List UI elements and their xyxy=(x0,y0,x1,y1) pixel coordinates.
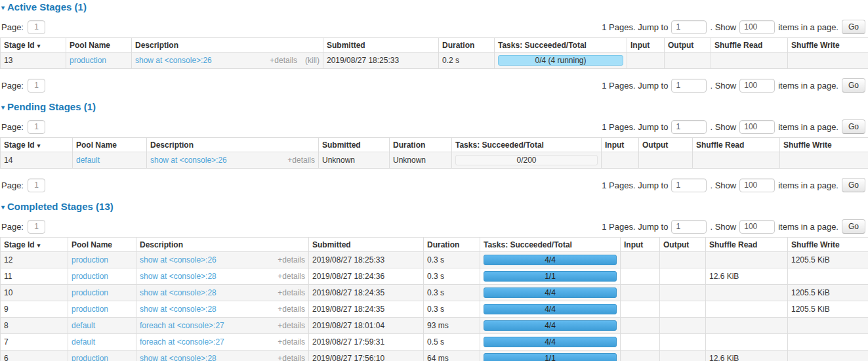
input-cell xyxy=(621,334,660,350)
page-label: Page: xyxy=(1,22,24,32)
column-header[interactable]: Tasks: Succeeded/Total xyxy=(495,38,627,53)
pool-link[interactable]: production xyxy=(72,272,108,281)
show-count-input[interactable] xyxy=(739,179,775,192)
column-header[interactable]: Duration xyxy=(439,38,495,53)
column-header[interactable]: Output xyxy=(660,238,706,252)
description-link[interactable]: show at <console>:26 xyxy=(135,56,212,65)
page-number-input[interactable] xyxy=(28,220,45,234)
show-count-input[interactable] xyxy=(739,120,775,134)
pagination-controls: 1 Pages. Jump to . Show items in a page.… xyxy=(602,20,865,34)
pool-link[interactable]: production xyxy=(72,255,108,265)
column-header[interactable]: Tasks: Succeeded/Total xyxy=(480,238,621,252)
shuffle-read-cell xyxy=(693,152,780,169)
pool-link[interactable]: default xyxy=(72,337,95,347)
go-button[interactable]: Go xyxy=(842,119,865,134)
shuffle-read-cell: 12.6 KiB xyxy=(706,268,788,285)
items-per-page-text: items in a page. xyxy=(778,180,838,190)
description-link[interactable]: foreach at <console>:27 xyxy=(140,337,224,347)
go-button[interactable]: Go xyxy=(842,78,865,93)
column-header[interactable]: Description xyxy=(132,38,323,53)
column-header[interactable]: Description xyxy=(136,238,309,252)
column-header[interactable]: Shuffle Read xyxy=(693,138,780,152)
details-toggle[interactable]: +details xyxy=(278,337,305,347)
show-count-input[interactable] xyxy=(739,220,775,234)
column-header[interactable]: Duration xyxy=(390,138,452,152)
column-header[interactable]: Shuffle Write xyxy=(780,138,868,152)
column-header[interactable]: Stage Id▾ xyxy=(1,38,66,53)
column-header[interactable]: Tasks: Succeeded/Total xyxy=(452,138,602,152)
table-header-row: Stage Id▾Pool NameDescriptionSubmittedDu… xyxy=(1,138,868,152)
column-header[interactable]: Input xyxy=(627,38,665,53)
description-link[interactable]: show at <console>:28 xyxy=(140,305,217,314)
pool-name-cell: default xyxy=(68,334,136,350)
jump-to-input[interactable] xyxy=(671,120,707,134)
column-header[interactable]: Description xyxy=(147,138,319,152)
column-header[interactable]: Submitted xyxy=(309,238,424,252)
column-header-label: Tasks: Succeeded/Total xyxy=(455,140,544,150)
column-header[interactable]: Stage Id▾ xyxy=(1,238,68,252)
sort-arrow-icon: ▾ xyxy=(37,43,41,49)
jump-to-input[interactable] xyxy=(671,220,707,234)
section-title[interactable]: ▾Completed Stages (13) xyxy=(1,201,867,212)
column-header[interactable]: Shuffle Write xyxy=(788,38,868,53)
pool-name-cell: production xyxy=(66,53,132,69)
tasks-progress-bar: 4/4 xyxy=(484,320,617,331)
column-header[interactable]: Shuffle Read xyxy=(711,38,788,53)
pool-link[interactable]: production xyxy=(72,288,108,297)
description-link[interactable]: show at <console>:26 xyxy=(140,255,217,265)
details-toggle[interactable]: +details xyxy=(287,156,315,165)
column-header[interactable]: Submitted xyxy=(319,138,390,152)
page-number-input[interactable] xyxy=(28,179,45,192)
page-number-input[interactable] xyxy=(28,120,45,134)
column-header[interactable]: Pool Name xyxy=(66,38,132,53)
page-number-input[interactable] xyxy=(28,79,45,93)
show-count-input[interactable] xyxy=(739,20,775,34)
description-wrap: show at <console>:28+details xyxy=(140,288,305,297)
column-header[interactable]: Output xyxy=(639,138,693,152)
column-header-label: Duration xyxy=(442,41,474,50)
pool-link[interactable]: production xyxy=(70,56,106,65)
show-count-input[interactable] xyxy=(739,79,775,93)
section-title[interactable]: ▾Pending Stages (1) xyxy=(1,101,867,112)
jump-to-input[interactable] xyxy=(671,20,707,34)
column-header[interactable]: Input xyxy=(621,238,660,252)
column-header[interactable]: Stage Id▾ xyxy=(1,138,73,152)
details-toggle[interactable]: +details xyxy=(278,321,305,330)
kill-link[interactable]: (kill) xyxy=(305,56,320,65)
details-toggle[interactable]: +details xyxy=(278,354,305,361)
description-link[interactable]: show at <console>:28 xyxy=(140,354,217,361)
page-number-input[interactable] xyxy=(28,20,45,34)
column-header[interactable]: Duration xyxy=(424,238,480,252)
jump-to-input[interactable] xyxy=(671,179,707,192)
column-header[interactable]: Input xyxy=(602,138,639,152)
show-count-text: . Show xyxy=(710,180,736,190)
details-toggle[interactable]: +details xyxy=(270,56,297,65)
pool-link[interactable]: default xyxy=(76,156,100,165)
description-link[interactable]: show at <console>:28 xyxy=(140,272,217,281)
column-header[interactable]: Output xyxy=(665,38,711,53)
go-button[interactable]: Go xyxy=(842,178,865,192)
go-button[interactable]: Go xyxy=(842,219,865,234)
description-cell: show at <console>:28+details xyxy=(136,301,309,318)
pool-link[interactable]: production xyxy=(72,305,108,314)
section-title[interactable]: ▾Active Stages (1) xyxy=(1,1,867,12)
description-link[interactable]: show at <console>:28 xyxy=(140,288,217,297)
details-toggle[interactable]: +details xyxy=(278,255,305,265)
go-button[interactable]: Go xyxy=(842,20,865,34)
pool-link[interactable]: production xyxy=(72,354,108,361)
pagination-controls: 1 Pages. Jump to . Show items in a page.… xyxy=(602,119,865,134)
column-header[interactable]: Shuffle Write xyxy=(788,238,868,252)
details-toggle[interactable]: +details xyxy=(278,305,305,314)
description-link[interactable]: foreach at <console>:27 xyxy=(140,321,224,330)
details-toggle[interactable]: +details xyxy=(278,288,305,297)
column-header[interactable]: Shuffle Read xyxy=(706,238,788,252)
column-header[interactable]: Submitted xyxy=(323,38,439,53)
shuffle-write-cell: 1205.5 KiB xyxy=(788,252,868,268)
column-header[interactable]: Pool Name xyxy=(73,138,147,152)
details-toggle[interactable]: +details xyxy=(278,272,305,281)
tasks-progress-bar: 0/4 (4 running) xyxy=(498,55,623,66)
column-header[interactable]: Pool Name xyxy=(68,238,136,252)
jump-to-input[interactable] xyxy=(671,79,707,93)
pool-link[interactable]: default xyxy=(72,321,95,330)
description-link[interactable]: show at <console>:26 xyxy=(150,156,227,165)
